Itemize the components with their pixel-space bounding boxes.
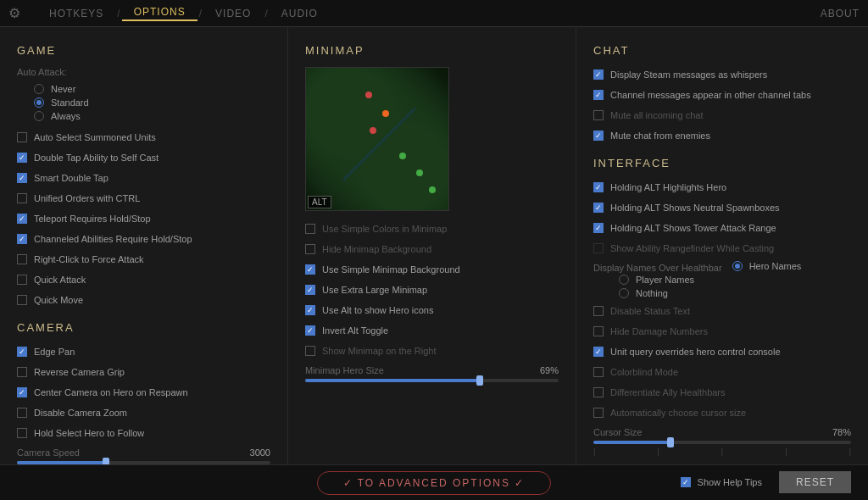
- opt-mute-enemies[interactable]: Mute chat from enemies: [593, 128, 851, 143]
- cb-channeled[interactable]: [17, 234, 27, 244]
- reset-button[interactable]: RESET: [779, 471, 851, 493]
- opt-channeled[interactable]: Channeled Abilities Require Hold/Stop: [17, 231, 270, 247]
- opt-channel-msgs[interactable]: Channel messages appear in other channel…: [593, 87, 851, 103]
- cb-mute-enemies[interactable]: [593, 131, 604, 141]
- radio-hero-names-row[interactable]: Hero Names: [732, 261, 802, 271]
- cb-hide-bg[interactable]: [305, 244, 315, 254]
- nav-video[interactable]: VIDEO: [203, 8, 263, 19]
- gear-icon[interactable]: ⚙: [8, 5, 20, 21]
- camera-speed-slider: Camera Speed 3000: [17, 447, 270, 464]
- opt-hold-hero[interactable]: Hold Select Hero to Follow: [17, 425, 270, 441]
- cb-alt-hero-icons[interactable]: [305, 305, 315, 315]
- opt-steam-whispers[interactable]: Display Steam messages as whispers: [593, 67, 851, 82]
- opt-quick-attack[interactable]: Quick Attack: [17, 272, 270, 287]
- radio-nothing-row[interactable]: Nothing: [593, 288, 851, 298]
- opt-mute-incoming[interactable]: Mute all incoming chat: [593, 108, 851, 123]
- cb-quick-move[interactable]: [17, 295, 27, 305]
- opt-quick-move[interactable]: Quick Move: [17, 292, 270, 308]
- opt-reverse-cam[interactable]: Reverse Camera Grip: [17, 364, 270, 380]
- cb-steam-whispers[interactable]: [593, 69, 604, 80]
- radio-always[interactable]: [34, 111, 44, 121]
- cb-hide-damage[interactable]: [593, 326, 604, 336]
- cb-auto-cursor[interactable]: [593, 408, 604, 418]
- cb-invert-alt[interactable]: [305, 325, 315, 336]
- opt-ability-rangefinder[interactable]: Show Ability Rangefinder While Casting: [593, 241, 851, 256]
- lbl-center-cam: Center Camera on Hero on Respawn: [34, 387, 188, 397]
- cb-double-tap[interactable]: [17, 153, 27, 163]
- camera-speed-value: 3000: [250, 447, 270, 458]
- opt-teleport[interactable]: Teleport Requires Hold/Stop: [17, 211, 270, 226]
- cb-colorblind[interactable]: [593, 367, 604, 377]
- cb-hold-hero[interactable]: [17, 428, 27, 438]
- auto-attack-standard-row[interactable]: Standard: [17, 97, 270, 108]
- cb-unit-query[interactable]: [593, 347, 604, 357]
- opt-colorblind[interactable]: Colorblind Mode: [593, 364, 851, 380]
- cb-ability-rangefinder[interactable]: [593, 243, 604, 253]
- opt-alt-highlights[interactable]: Holding ALT Highlights Hero: [593, 180, 851, 195]
- cb-alt-tower-range[interactable]: [593, 223, 604, 233]
- cb-reverse-cam[interactable]: [17, 367, 27, 377]
- hero-size-thumb[interactable]: [476, 375, 483, 386]
- cb-smart-double[interactable]: [17, 173, 27, 183]
- show-help-row[interactable]: Show Help Tips: [681, 477, 762, 487]
- opt-diff-ally[interactable]: Differentiate Ally Healthbars: [593, 385, 851, 400]
- radio-hero-names[interactable]: [732, 261, 743, 271]
- radio-never[interactable]: [34, 84, 44, 94]
- opt-disable-status[interactable]: Disable Status Text: [593, 303, 851, 319]
- cb-right-click[interactable]: [17, 254, 27, 264]
- cursor-size-thumb[interactable]: [667, 437, 674, 447]
- opt-simple-bg[interactable]: Use Simple Minimap Background: [305, 262, 559, 277]
- cb-simple-bg[interactable]: [305, 264, 315, 275]
- advanced-options-btn[interactable]: ✓ TO ADVANCED OPTIONS ✓: [317, 471, 552, 495]
- cb-mute-incoming[interactable]: [593, 110, 604, 120]
- opt-alt-tower-range[interactable]: Holding ALT Shows Tower Attack Range: [593, 220, 851, 236]
- cb-show-help[interactable]: [681, 477, 691, 487]
- opt-auto-cursor[interactable]: Automatically choose cursor size: [593, 405, 851, 420]
- opt-simple-colors[interactable]: Use Simple Colors in Minimap: [305, 221, 559, 236]
- opt-center-cam[interactable]: Center Camera on Hero on Respawn: [17, 385, 270, 400]
- radio-nothing[interactable]: [619, 288, 629, 298]
- cb-diff-ally[interactable]: [593, 387, 604, 397]
- nav-options[interactable]: OPTIONS: [122, 6, 198, 21]
- cb-teleport[interactable]: [17, 214, 27, 224]
- nav-audio[interactable]: AUDIO: [270, 8, 330, 19]
- opt-auto-select[interactable]: Auto Select Summoned Units: [17, 130, 270, 145]
- cb-alt-highlights[interactable]: [593, 182, 604, 192]
- cb-minimap-right[interactable]: [305, 346, 315, 356]
- opt-unit-query[interactable]: Unit query overrides hero control consol…: [593, 344, 851, 359]
- radio-standard[interactable]: [34, 97, 44, 108]
- cb-auto-select[interactable]: [17, 132, 27, 142]
- opt-hide-damage[interactable]: Hide Damage Numbers: [593, 324, 851, 339]
- opt-disable-zoom[interactable]: Disable Camera Zoom: [17, 405, 270, 420]
- cb-disable-zoom[interactable]: [17, 408, 27, 418]
- cb-unified-orders[interactable]: [17, 193, 27, 203]
- radio-player-names[interactable]: [619, 275, 629, 285]
- cb-alt-spawnboxes[interactable]: [593, 203, 604, 213]
- cb-simple-colors[interactable]: [305, 224, 315, 234]
- minimap-preview: ALT: [305, 67, 449, 211]
- opt-unified-orders[interactable]: Unified Orders with CTRL: [17, 191, 270, 206]
- nav-about[interactable]: ABOUT: [821, 8, 860, 19]
- nav-hotkeys[interactable]: HOTKEYS: [37, 8, 115, 19]
- opt-minimap-right[interactable]: Show Minimap on the Right: [305, 343, 559, 358]
- opt-hide-bg[interactable]: Hide Minimap Background: [305, 242, 559, 257]
- opt-large-map[interactable]: Use Extra Large Minimap: [305, 282, 559, 297]
- opt-edge-pan[interactable]: Edge Pan: [17, 344, 270, 359]
- cb-quick-attack[interactable]: [17, 275, 27, 285]
- opt-invert-alt[interactable]: Invert Alt Toggle: [305, 323, 559, 338]
- opt-double-tap[interactable]: Double Tap Ability to Self Cast: [17, 150, 270, 165]
- opt-right-click[interactable]: Right-Click to Force Attack: [17, 252, 270, 267]
- opt-alt-hero-icons[interactable]: Use Alt to show Hero icons: [305, 303, 559, 318]
- radio-player-names-row[interactable]: Player Names: [593, 275, 851, 285]
- auto-attack-always-row[interactable]: Always: [17, 111, 270, 121]
- auto-attack-never-row[interactable]: Never: [17, 84, 270, 94]
- cursor-size-track[interactable]: [593, 441, 851, 444]
- cb-channel-msgs[interactable]: [593, 90, 604, 100]
- opt-smart-double[interactable]: Smart Double Tap: [17, 170, 270, 186]
- opt-alt-spawnboxes[interactable]: Holding ALT Shows Neutral Spawnboxes: [593, 200, 851, 215]
- cb-disable-status[interactable]: [593, 306, 604, 316]
- cb-center-cam[interactable]: [17, 387, 27, 397]
- cb-edge-pan[interactable]: [17, 347, 27, 357]
- cb-large-map[interactable]: [305, 285, 315, 295]
- hero-size-track[interactable]: [305, 379, 559, 382]
